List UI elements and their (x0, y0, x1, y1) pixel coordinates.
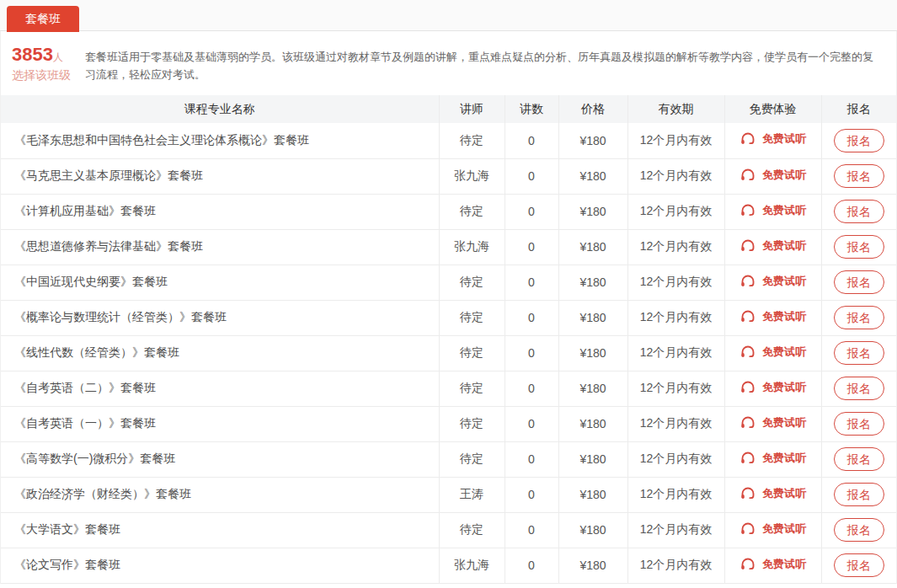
validity-cell: 12个月内有效 (627, 158, 724, 194)
validity-cell: 12个月内有效 (627, 123, 724, 158)
validity-cell: 12个月内有效 (627, 548, 724, 583)
signup-button[interactable]: 报名 (834, 306, 884, 329)
lectures-cell: 0 (505, 158, 558, 194)
free-trial-link[interactable]: 免费试听 (739, 131, 806, 147)
headphone-icon (739, 167, 756, 184)
price-cell: ¥180 (558, 229, 627, 265)
free-trial-link[interactable]: 免费试听 (739, 308, 806, 325)
free-trial-link[interactable]: 免费试听 (739, 485, 806, 502)
free-trial-link[interactable]: 免费试听 (739, 273, 806, 290)
table-row: 《毛泽东思想和中国特色社会主义理论体系概论》套餐班 待定 0 ¥180 12个月… (1, 123, 896, 158)
signup-button[interactable]: 报名 (834, 341, 884, 365)
validity-cell: 12个月内有效 (627, 371, 724, 406)
headphone-icon (739, 379, 756, 396)
lectures-cell: 0 (505, 406, 558, 441)
free-trial-link[interactable]: 免费试听 (739, 379, 806, 396)
trial-cell: 免费试听 (724, 265, 821, 300)
course-name-cell: 《马克思主义基本原理概论》套餐班 (1, 158, 439, 194)
price-cell: ¥180 (558, 406, 627, 441)
free-trial-link[interactable]: 免费试听 (739, 167, 806, 184)
validity-cell: 12个月内有效 (627, 441, 724, 477)
course-name-cell: 《政治经济学（财经类）》套餐班 (1, 477, 439, 512)
free-trial-link[interactable]: 免费试听 (739, 414, 806, 431)
price-cell: ¥180 (558, 335, 627, 371)
signup-button[interactable]: 报名 (834, 518, 884, 542)
table-row: 《论文写作》套餐班 张九海 0 ¥180 12个月内有效 免费试听 报名 (1, 548, 896, 583)
signup-button[interactable]: 报名 (834, 483, 884, 506)
signup-cell: 报名 (821, 512, 896, 548)
signup-button[interactable]: 报名 (834, 235, 884, 259)
headphone-icon (739, 450, 756, 467)
signup-button[interactable]: 报名 (834, 200, 884, 223)
free-trial-label: 免费试听 (762, 451, 806, 466)
trial-cell: 免费试听 (724, 548, 821, 583)
free-trial-label: 免费试听 (762, 521, 806, 537)
tab-bar: 套餐班 (0, 0, 897, 31)
free-trial-label: 免费试听 (762, 168, 806, 183)
teacher-cell: 待定 (439, 123, 505, 158)
signup-cell: 报名 (821, 477, 896, 512)
table-row: 《计算机应用基础》套餐班 待定 0 ¥180 12个月内有效 免费试听 报名 (1, 194, 896, 229)
header-validity: 有效期 (627, 95, 724, 123)
validity-cell: 12个月内有效 (627, 406, 724, 441)
signup-button[interactable]: 报名 (834, 412, 884, 436)
table-row: 《大学语文》套餐班 待定 0 ¥180 12个月内有效 免费试听 报名 (1, 512, 896, 548)
lectures-cell: 0 (505, 123, 558, 158)
table-row: 《自考英语（二）》套餐班 待定 0 ¥180 12个月内有效 免费试听 报名 (1, 371, 896, 406)
signup-button[interactable]: 报名 (834, 377, 884, 400)
free-trial-link[interactable]: 免费试听 (739, 556, 806, 573)
validity-cell: 12个月内有效 (627, 477, 724, 512)
free-trial-link[interactable]: 免费试听 (739, 521, 806, 537)
free-trial-link[interactable]: 免费试听 (739, 450, 806, 467)
teacher-cell: 待定 (439, 194, 505, 229)
teacher-cell: 王涛 (439, 477, 505, 512)
signup-cell: 报名 (821, 548, 896, 583)
teacher-cell: 待定 (439, 512, 505, 548)
signup-button[interactable]: 报名 (834, 553, 884, 577)
teacher-cell: 待定 (439, 371, 505, 406)
free-trial-label: 免费试听 (762, 274, 806, 289)
lectures-cell: 0 (505, 512, 558, 548)
free-trial-link[interactable]: 免费试听 (739, 344, 806, 361)
table-row: 《线性代数（经管类）》套餐班 待定 0 ¥180 12个月内有效 免费试听 报名 (1, 335, 896, 371)
lectures-cell: 0 (505, 194, 558, 229)
header-course-name: 课程专业名称 (1, 95, 439, 123)
price-cell: ¥180 (558, 371, 627, 406)
signup-button[interactable]: 报名 (834, 129, 884, 152)
header-price: 价格 (558, 95, 627, 123)
enrollment-caption: 选择该班级 (12, 67, 85, 84)
free-trial-link[interactable]: 免费试听 (739, 238, 806, 254)
trial-cell: 免费试听 (724, 441, 821, 477)
table-row: 《中国近现代史纲要》套餐班 待定 0 ¥180 12个月内有效 免费试听 报名 (1, 265, 896, 300)
header-free-trial: 免费体验 (724, 95, 821, 123)
signup-cell: 报名 (821, 371, 896, 406)
trial-cell: 免费试听 (724, 406, 821, 441)
trial-cell: 免费试听 (724, 300, 821, 335)
trial-cell: 免费试听 (724, 335, 821, 371)
signup-button[interactable]: 报名 (834, 164, 884, 188)
teacher-cell: 待定 (439, 300, 505, 335)
free-trial-label: 免费试听 (762, 309, 806, 324)
teacher-cell: 待定 (439, 335, 505, 371)
price-cell: ¥180 (558, 441, 627, 477)
class-description: 套餐班适用于零基础及基础薄弱的学员。该班级通过对教材章节及例题的讲解，重点难点疑… (85, 45, 896, 84)
price-cell: ¥180 (558, 512, 627, 548)
course-name-cell: 《毛泽东思想和中国特色社会主义理论体系概论》套餐班 (1, 123, 439, 158)
header-signup: 报名 (821, 95, 896, 123)
tab-package-class[interactable]: 套餐班 (7, 6, 79, 32)
signup-cell: 报名 (821, 158, 896, 194)
course-name-cell: 《中国近现代史纲要》套餐班 (1, 265, 439, 300)
lectures-cell: 0 (505, 441, 558, 477)
headphone-icon (739, 131, 756, 147)
table-row: 《思想道德修养与法律基础》套餐班 张九海 0 ¥180 12个月内有效 免费试听… (1, 229, 896, 265)
signup-button[interactable]: 报名 (834, 270, 884, 294)
free-trial-link[interactable]: 免费试听 (739, 202, 806, 219)
course-name-cell: 《高等数学(一)微积分》套餐班 (1, 441, 439, 477)
lectures-cell: 0 (505, 371, 558, 406)
signup-button[interactable]: 报名 (834, 447, 884, 471)
signup-cell: 报名 (821, 194, 896, 229)
signup-cell: 报名 (821, 300, 896, 335)
validity-cell: 12个月内有效 (627, 512, 724, 548)
course-name-cell: 《概率论与数理统计（经管类）》套餐班 (1, 300, 439, 335)
validity-cell: 12个月内有效 (627, 335, 724, 371)
